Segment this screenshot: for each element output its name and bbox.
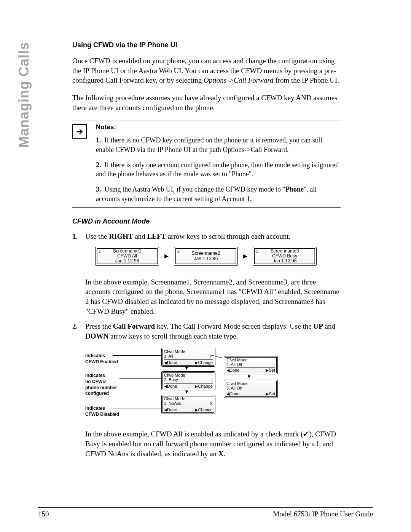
step-2-mid: key. The Call Forward Mode screen displa… [155, 322, 313, 330]
step-2-explain: In the above example, CFWD All is enable… [85, 429, 341, 459]
screen-1-num: 1 [99, 249, 101, 254]
paragraph-1b: from the IP Phone UI. [274, 76, 339, 84]
step-1-right: RIGHT [109, 232, 133, 240]
notes-title: Notes: [96, 123, 341, 131]
screen-3-num: 3 [256, 249, 258, 254]
screen-2-num: 2 [177, 249, 180, 254]
step-2-callfwd: Call Forward [113, 322, 155, 330]
screen-2-name: Screenname2 [177, 251, 234, 256]
down-arrow-icon-2: ▼ [184, 389, 189, 395]
step-1-mid: and [133, 232, 147, 240]
x-icon: X [210, 401, 213, 406]
label-disabled: Indicates CFWD Disabled [85, 406, 139, 417]
screen-2-time: Jan 1 12:96 [177, 256, 234, 261]
mode-busy-title: Cfwd Mode [164, 373, 213, 377]
down-arrow-icon-3: ▼ [247, 374, 252, 379]
mode-alloff-item: 4. All Off [226, 362, 242, 367]
mode-allon-item: 5. All On [226, 386, 242, 390]
step-1-left: LEFT [147, 232, 166, 240]
screen-1: 1 Screenname1 CFWD All Jan 1 12:96 [95, 247, 159, 266]
paragraph-1-italic: Options->Call Forward [204, 76, 274, 84]
footer-title: Model 6753i IP Phone User Guide [273, 510, 373, 518]
footer-rule [38, 507, 373, 508]
mode-box-all: Cfwd Mode 1. All✓ ◀Done▶Change [161, 348, 215, 367]
mode-all-done: ◀Done [164, 360, 177, 365]
note-1: 1. If there is no CFWD key configured on… [96, 136, 341, 154]
step-2-mid2: and [323, 322, 335, 330]
screens-row: 1 Screenname1 CFWD All Jan 1 12:96 ▶ 2 S… [95, 247, 341, 266]
mode-box-allon: Cfwd Mode 5. All On ◀Done▶Set [224, 380, 278, 398]
step-2c: arrow keys to scroll through each state … [108, 332, 238, 340]
screen-3: 3 Screenname3 CFWD Busy Jan 1 12:96 [253, 247, 317, 266]
x-text: X [218, 450, 224, 458]
content-area: Using CFWD via the IP Phone UI Once CFWD… [72, 41, 341, 464]
mode-noans-title: Cfwd Mode [164, 396, 213, 401]
mode-alloff-done: ◀Done [226, 368, 239, 373]
note-2: 2. If there is only one account configur… [96, 160, 341, 179]
side-section-title: Managing Calls [16, 0, 32, 42]
step2-exp-a: In the above example, CFWD All is enable… [85, 430, 303, 438]
mode-noans-done: ◀Done [164, 407, 177, 412]
steps-list: Use the RIGHT and LEFT arrow keys to scr… [72, 232, 341, 241]
screen-2: 2 Screenname2 Jan 1 12:96 [174, 247, 238, 266]
right-arrow-icon-2: ▶ [243, 253, 247, 259]
label-enabled: Indicates CFWD Enabled [85, 353, 139, 365]
down-arrow-icon-1: ▼ [184, 365, 189, 371]
page: Managing Calls Using CFWD via the IP Pho… [0, 0, 411, 532]
line-disabled [113, 409, 162, 409]
bang-icon: ! [212, 377, 213, 383]
step-1-explain: In the above example, Screenname1, Scree… [85, 277, 341, 316]
mode-allon-done: ◀Done [226, 391, 239, 396]
paragraph-2: The following procedure assumes you have… [72, 93, 341, 112]
line-enabled [113, 355, 162, 356]
mode-all-change: ▶Change [195, 360, 213, 365]
note-3: 3. Using the Aastra Web UI, if you chang… [96, 185, 341, 203]
paragraph-1: Once CFWD is enabled on your phone, you … [72, 56, 341, 85]
mode-noans-item: 3. NoAns [164, 401, 181, 406]
mode-alloff-set: ▶Set [266, 368, 275, 373]
mode-box-noans: Cfwd Mode 3. NoAnsX ◀Done▶Change [161, 395, 215, 414]
mode-busy-change: ▶Change [195, 384, 213, 389]
step-2-down: DOWN [85, 332, 108, 340]
right-arrow-icon-1: ▶ [164, 253, 169, 259]
mode-allon-set: ▶Set [266, 391, 275, 396]
screen-3-time: Jan 1 12:96 [256, 259, 313, 264]
step2-exp-d: . [224, 450, 226, 458]
note-2-text: If there is only one account configured … [96, 161, 339, 178]
steps-list-2: Press the Call Forward key. The Call For… [72, 321, 341, 341]
notes-block: ➔ Notes: 1. If there is no CFWD key conf… [72, 120, 341, 207]
mode-alloff-title: Cfwd Mode [226, 358, 275, 362]
note-icon: ➔ [72, 124, 87, 139]
label-no-number: Indicates no CFWD phone number configure… [85, 373, 139, 396]
footer-page-number: 150 [38, 510, 49, 518]
line-nonum [119, 378, 162, 379]
mode-all-title: Cfwd Mode [164, 349, 213, 354]
mode-diagram: Indicates CFWD Enabled Indicates no CFWD… [85, 348, 341, 420]
mode-busy-done: ◀Done [164, 384, 177, 389]
arrow-right-icon: ➔ [76, 128, 83, 135]
mode-allon-title: Cfwd Mode [226, 381, 275, 386]
mode-all-item: 1. All [164, 354, 173, 359]
mode-busy-item: 2. Busy [164, 377, 178, 383]
mode-noans-change: ▶Change [195, 407, 213, 412]
step-1a: Use the [85, 232, 109, 240]
checkmark-icon: ✓ [303, 430, 309, 438]
notes-bottom-rule [72, 207, 341, 208]
step-2a: Press the [85, 322, 113, 330]
note-1-text: If there is no CFWD key configured on th… [96, 136, 323, 153]
mode-box-busy: Cfwd Mode 2. Busy! ◀Done▶Change [161, 371, 215, 390]
notes-body: Notes: 1. If there is no CFWD key config… [96, 123, 341, 205]
step-1c: arrow keys to scroll through each accoun… [166, 232, 290, 240]
note-3a: Using the Aastra Web UI, if you change t… [105, 185, 285, 193]
step-1: Use the RIGHT and LEFT arrow keys to scr… [72, 232, 341, 241]
screen-1-time: Jan 1 12:96 [99, 259, 156, 264]
side-section-title-text: Managing Calls [16, 42, 32, 148]
step-2-up: UP [313, 322, 323, 330]
step-2: Press the Call Forward key. The Call For… [72, 321, 341, 341]
section-heading: Using CFWD via the IP Phone UI [72, 41, 341, 49]
note-3-bold: Phone [285, 185, 304, 193]
mode-box-alloff: Cfwd Mode 4. All Off ◀Done▶Set [224, 356, 278, 374]
subsection-heading: CFWD in Account Mode [72, 217, 341, 225]
